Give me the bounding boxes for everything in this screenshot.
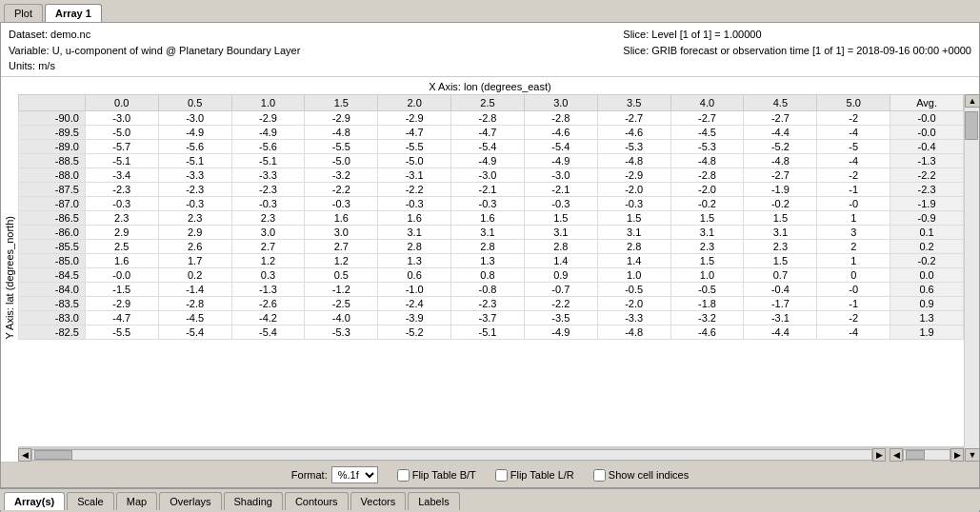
top-tabs-bar: Plot Array 1 <box>0 0 980 22</box>
data-cell: 2.7 <box>305 239 378 253</box>
table-row: -88.0-3.4-3.3-3.3-3.2-3.1-3.0-3.0-2.9-2.… <box>19 167 964 182</box>
data-table-scroll[interactable]: 0.0 0.5 1.0 1.5 2.0 2.5 3.0 3.5 4.0 4.5 … <box>18 94 964 447</box>
data-cell: 3 <box>817 225 890 239</box>
tab-array1[interactable]: Array 1 <box>45 4 102 22</box>
data-cell: 2.8 <box>524 239 597 253</box>
data-cell: 1.5 <box>524 210 597 225</box>
data-cell: -4.8 <box>597 153 670 167</box>
flip-bt-checkbox-label[interactable]: Flip Table B/T <box>397 469 476 482</box>
slice2-label: Slice: GRIB forecast or observation time… <box>623 43 971 59</box>
avg-hscroll-left[interactable]: ◀ <box>890 448 903 462</box>
tab-shading[interactable]: Shading <box>224 492 283 510</box>
data-cell: -2.9 <box>378 110 451 125</box>
hscroll-right-arrow[interactable]: ▶ <box>872 448 886 462</box>
avg-hscroll-thumb[interactable] <box>906 450 925 460</box>
show-cell-indices-checkbox[interactable] <box>593 469 606 482</box>
data-cell: -2.9 <box>231 110 305 125</box>
data-cell: -4.6 <box>670 325 744 339</box>
data-cell: -4.4 <box>744 125 817 139</box>
avg-hscroll-track[interactable] <box>903 449 950 461</box>
data-cell: -0.3 <box>378 196 451 210</box>
data-cell: -5.4 <box>158 325 231 339</box>
data-cell: 1.4 <box>597 253 670 267</box>
data-cell: -1.9 <box>744 182 817 196</box>
data-cell: 2.9 <box>85 225 158 239</box>
data-cell: -4.6 <box>597 125 670 139</box>
tab-contours[interactable]: Contours <box>285 492 349 510</box>
col-header-4: 2.0 <box>378 94 451 110</box>
flip-lr-checkbox[interactable] <box>495 469 508 482</box>
info-bar: Dataset: demo.nc Variable: U, u-componen… <box>1 23 979 77</box>
data-cell: -4.8 <box>597 325 670 339</box>
data-cell: -2.2 <box>524 296 597 310</box>
flip-bt-label: Flip Table B/T <box>412 469 476 481</box>
data-cell: -5.4 <box>231 325 305 339</box>
col-header-avg: Avg. <box>890 94 964 110</box>
data-cell: 1.3 <box>451 253 525 267</box>
data-cell: -0.2 <box>744 196 817 210</box>
tab-overlays[interactable]: Overlays <box>159 492 221 510</box>
avg-cell: 0.1 <box>890 225 964 239</box>
data-cell: -2.7 <box>597 110 670 125</box>
show-cell-indices-label[interactable]: Show cell indices <box>593 469 689 482</box>
table-row: -84.5-0.00.20.30.50.60.80.91.01.00.700.0 <box>19 267 964 282</box>
data-cell: -3.3 <box>158 167 231 182</box>
vscroll-up-arrow[interactable]: ▲ <box>965 94 979 108</box>
row-header: -85.0 <box>19 253 86 267</box>
tab-scale[interactable]: Scale <box>67 492 114 510</box>
data-cell: -0.3 <box>305 196 378 210</box>
data-cell: -5.5 <box>378 139 451 153</box>
hscroll-left-arrow[interactable]: ◀ <box>18 448 31 462</box>
data-cell: -2.0 <box>670 182 744 196</box>
data-cell: -2.5 <box>305 296 378 310</box>
tab-arrays[interactable]: Array(s) <box>4 492 65 510</box>
vscroll-down-arrow[interactable]: ▼ <box>965 448 979 462</box>
format-select[interactable]: %.1f %.2f %.3f %.0f <box>331 466 378 483</box>
tab-map[interactable]: Map <box>116 492 157 510</box>
vscroll-track[interactable] <box>965 108 979 449</box>
data-cell: -0.8 <box>451 282 525 296</box>
table-row: -85.52.52.62.72.72.82.82.82.82.32.320.2 <box>19 239 964 253</box>
data-cell: -4.4 <box>744 325 817 339</box>
row-header: -88.5 <box>19 153 86 167</box>
data-cell: -2.6 <box>231 296 305 310</box>
avg-hscroll-right[interactable]: ▶ <box>950 448 964 462</box>
row-header: -87.0 <box>19 196 86 210</box>
tab-vectors[interactable]: Vectors <box>350 492 407 510</box>
data-cell: -0.0 <box>85 267 158 282</box>
data-cell: 2.7 <box>231 239 305 253</box>
data-cell: -4.6 <box>524 125 597 139</box>
row-header: -85.5 <box>19 239 86 253</box>
data-cell: -2.7 <box>744 110 817 125</box>
table-row: -88.5-5.1-5.1-5.1-5.0-5.0-4.9-4.9-4.8-4.… <box>19 153 964 167</box>
data-cell: -5.6 <box>158 139 231 153</box>
data-cell: 0.9 <box>524 267 597 282</box>
tab-labels[interactable]: Labels <box>408 492 459 510</box>
flip-lr-checkbox-label[interactable]: Flip Table L/R <box>495 469 574 482</box>
data-cell: -3.0 <box>85 110 158 125</box>
data-cell: -3.4 <box>85 167 158 182</box>
data-cell: -4.7 <box>378 125 451 139</box>
data-table: 0.0 0.5 1.0 1.5 2.0 2.5 3.0 3.5 4.0 4.5 … <box>18 94 964 340</box>
data-cell: -5.3 <box>305 325 378 339</box>
row-header: -83.0 <box>19 310 86 325</box>
hscroll-track[interactable] <box>31 449 872 461</box>
data-cell: -2.3 <box>85 182 158 196</box>
row-header: -86.5 <box>19 210 86 225</box>
data-cell: -5.1 <box>231 153 305 167</box>
data-cell: -1 <box>817 182 890 196</box>
col-header-8: 4.0 <box>670 94 744 110</box>
hscroll-thumb[interactable] <box>34 450 72 460</box>
vscroll-thumb[interactable] <box>965 111 978 140</box>
data-cell: -1.8 <box>670 296 744 310</box>
flip-bt-checkbox[interactable] <box>397 469 410 482</box>
data-cell: 2.5 <box>85 239 158 253</box>
tab-plot[interactable]: Plot <box>4 4 43 22</box>
data-cell: -2.8 <box>524 110 597 125</box>
data-cell: -3.1 <box>744 310 817 325</box>
data-cell: -4.2 <box>231 310 305 325</box>
data-cell: -2.2 <box>378 182 451 196</box>
hscroll-container: ◀ ▶ ◀ ▶ <box>18 446 964 462</box>
data-cell: -2 <box>817 167 890 182</box>
data-cell: -2.7 <box>744 167 817 182</box>
